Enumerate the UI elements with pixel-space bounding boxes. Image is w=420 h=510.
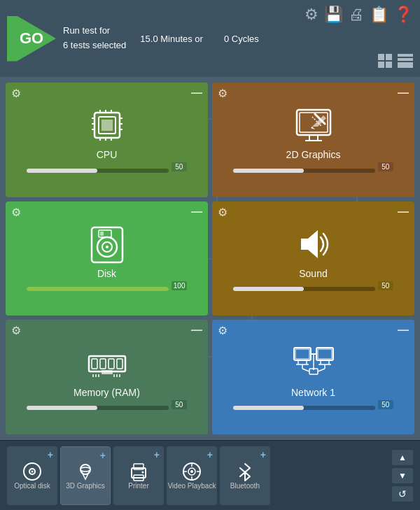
toolbar: GO Run test for 6 tests selected 15.0 Mi… (0, 0, 420, 77)
network-settings-icon[interactable]: ⚙ (218, 324, 227, 337)
disk-settings-icon[interactable]: ⚙ (11, 206, 21, 219)
svg-point-100 (190, 470, 193, 473)
settings-icon[interactable]: ⚙ (304, 6, 318, 24)
network-icon (293, 342, 335, 384)
cpu-icon (86, 104, 128, 146)
run-text: Run test for (63, 24, 126, 38)
scroll-down-button[interactable]: ▼ (392, 468, 413, 483)
bottom-dock: + Optical disk + 3D Graphics + Printer + (0, 440, 420, 510)
disk-value: 100 (172, 281, 187, 290)
sound-label: Sound (299, 268, 327, 279)
svg-rect-4 (398, 54, 413, 57)
svg-rect-62 (100, 359, 106, 369)
graphics-tile[interactable]: ⚙ — 2D Graphics 50 (212, 83, 414, 197)
refresh-button[interactable]: ↺ (392, 486, 413, 502)
cpu-settings-icon[interactable]: ⚙ (11, 87, 21, 100)
memory-remove-icon[interactable]: — (191, 324, 202, 337)
scroll-up-button[interactable]: ▲ (392, 450, 413, 465)
graphics-remove-icon[interactable]: — (398, 87, 409, 99)
disk-tile[interactable]: ⚙ — Disk 100 (6, 201, 208, 316)
svg-rect-78 (318, 349, 332, 359)
bluetooth-label: Bluetooth (230, 482, 260, 490)
dock-item-bluetooth[interactable]: + Bluetooth (220, 446, 270, 505)
graphics-value: 50 (378, 162, 393, 171)
svg-rect-63 (108, 359, 114, 369)
dock-scroll-controls: ▲ ▼ ↺ (392, 450, 413, 502)
optical-add-icon[interactable]: + (48, 449, 53, 460)
svg-point-57 (106, 246, 108, 248)
disk-label: Disk (97, 268, 116, 279)
svg-rect-34 (102, 120, 113, 131)
disk-remove-icon[interactable]: — (191, 206, 202, 218)
svg-rect-3 (386, 62, 392, 68)
optical-icon (22, 461, 43, 482)
svg-line-86 (302, 369, 309, 371)
memory-tile[interactable]: ⚙ — Memory (RAM) (6, 320, 208, 434)
cpu-value: 50 (172, 162, 187, 171)
main-area: ⚙ — CPU (0, 77, 420, 440)
toolbar-icons: ⚙ 💾 🖨 📋 ❓ (304, 6, 413, 24)
svg-rect-7 (398, 65, 413, 68)
bluetooth-icon (234, 461, 255, 482)
svg-rect-47 (297, 110, 330, 135)
network-progress: 50 (233, 404, 393, 413)
go-label: GO (20, 29, 43, 48)
view-icons (378, 54, 413, 71)
printer-icon (128, 461, 149, 482)
printer-add-icon[interactable]: + (154, 449, 160, 460)
cpu-progress: 50 (27, 166, 187, 175)
sound-tile[interactable]: ⚙ — Sound 50 (212, 201, 414, 316)
dock-item-optical[interactable]: + Optical disk (7, 446, 57, 505)
svg-rect-77 (316, 348, 333, 360)
sound-value: 50 (378, 281, 393, 290)
dock-item-video[interactable]: + Video Playback (167, 446, 217, 505)
3dgraphics-add-icon[interactable]: + (100, 450, 106, 461)
clipboard-icon[interactable]: 📋 (370, 6, 388, 24)
network-remove-icon[interactable]: — (398, 324, 409, 337)
cpu-remove-icon[interactable]: — (191, 87, 202, 99)
help-icon[interactable]: ❓ (394, 6, 413, 24)
svg-rect-0 (378, 54, 384, 60)
memory-progress: 50 (27, 404, 187, 413)
print-icon[interactable]: 🖨 (349, 6, 364, 24)
save-icon[interactable]: 💾 (324, 6, 343, 24)
bluetooth-add-icon[interactable]: + (260, 449, 266, 460)
3dgraphics-label: 3D Graphics (66, 482, 105, 490)
graphics-settings-icon[interactable]: ⚙ (218, 87, 227, 100)
sound-remove-icon[interactable]: — (398, 206, 409, 218)
network-label: Network 1 (291, 387, 335, 398)
svg-rect-1 (386, 54, 392, 60)
tests-selected: 6 tests selected (63, 38, 126, 53)
3dgraphics-icon (75, 461, 96, 482)
svg-point-93 (80, 467, 90, 472)
cpu-tile[interactable]: ⚙ — CPU (6, 83, 208, 197)
svg-point-91 (31, 471, 34, 473)
printer-label: Printer (128, 482, 148, 490)
network-tile[interactable]: ⚙ — (212, 320, 414, 434)
memory-icon (86, 342, 128, 384)
grid-view-icon[interactable] (378, 54, 393, 71)
dock-item-printer[interactable]: + Printer (113, 446, 164, 505)
memory-label: Memory (RAM) (74, 387, 140, 398)
go-button[interactable]: GO (7, 16, 56, 62)
disk-icon (86, 223, 128, 265)
svg-rect-6 (398, 62, 413, 65)
memory-settings-icon[interactable]: ⚙ (11, 324, 21, 337)
svg-rect-61 (92, 359, 97, 369)
video-add-icon[interactable]: + (207, 449, 213, 460)
memory-value: 50 (172, 400, 187, 409)
svg-rect-72 (294, 348, 311, 360)
sound-icon (293, 223, 335, 265)
svg-rect-64 (117, 359, 122, 369)
sound-progress: 50 (233, 285, 393, 294)
video-label: Video Playback (168, 482, 216, 490)
cycles-text: 0 Cycles (224, 34, 259, 44)
svg-line-88 (318, 369, 325, 371)
dock-item-3dgraphics[interactable]: + 3D Graphics (60, 446, 111, 505)
test-grid: ⚙ — CPU (6, 83, 414, 434)
sound-settings-icon[interactable]: ⚙ (218, 206, 227, 219)
svg-rect-65 (102, 370, 113, 374)
list-view-icon[interactable] (398, 54, 413, 71)
svg-rect-59 (100, 232, 104, 236)
run-params: 15.0 Minutes or 0 Cycles (140, 34, 258, 44)
